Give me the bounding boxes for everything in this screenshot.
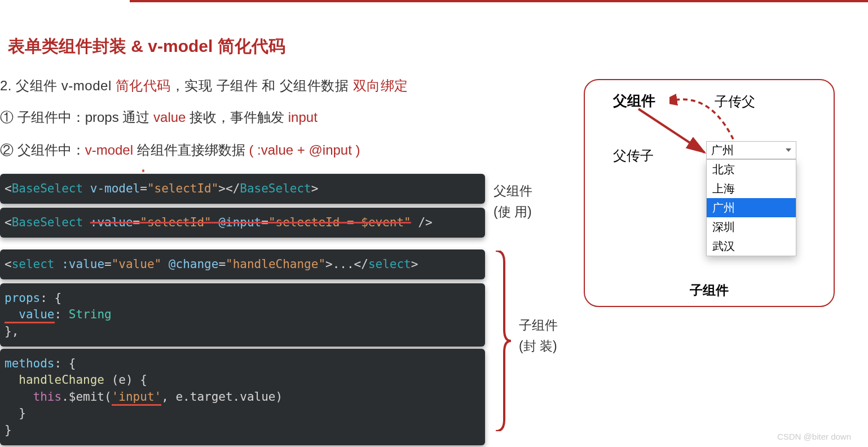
select-value: 广州: [711, 143, 734, 158]
select-option[interactable]: 深圳: [707, 217, 796, 236]
code-child-props: props: { value: String },: [0, 283, 485, 347]
child-label: 子组件 (封 装): [519, 315, 558, 357]
text: ，实现 子组件 和 父组件数据: [171, 78, 353, 93]
select-option-selected[interactable]: 广州: [707, 198, 796, 217]
highlight: v-model: [85, 142, 133, 157]
text: ② 父组件中：: [0, 142, 85, 157]
component-diagram: 父组件 子传父 父传子 广州 北京 上海 广州 深圳 武汉 子组件: [584, 79, 835, 307]
code-parent-vmodel: <BaseSelect v-model="selectId"></BaseSel…: [0, 174, 485, 204]
highlight: 双向绑定: [353, 78, 408, 93]
bracket-icon: [494, 251, 511, 431]
text: 2. 父组件 v-model: [0, 78, 116, 93]
select-options[interactable]: 北京 上海 广州 深圳 武汉: [706, 159, 796, 256]
highlight: 简化代码: [116, 78, 171, 93]
select-option[interactable]: 上海: [707, 179, 796, 198]
header-underline: [130, 0, 868, 2]
text: 接收，事件触发: [186, 109, 288, 125]
code-child-select: <select :value="value" @change="handleCh…: [0, 249, 485, 279]
chevron-down-icon: [786, 148, 791, 152]
watermark: CSDN @biter down: [777, 432, 851, 441]
code-parent-expanded: <BaseSelect :value="selectId" @input="se…: [0, 208, 485, 238]
highlight: input: [288, 109, 318, 125]
diagram-child: 子组件: [585, 282, 834, 299]
page-title: 表单类组件封装 & v-model 简化代码: [8, 35, 285, 58]
text: 给组件直接绑数据: [133, 142, 249, 157]
select-option[interactable]: 北京: [707, 160, 796, 179]
code-child-methods: methods: { handleChange (e) { this.$emit…: [0, 349, 485, 445]
highlight: value: [153, 109, 186, 125]
bullet-2: 2. 父组件 v-model 简化代码，实现 子组件 和 父组件数据 双向绑定: [0, 77, 408, 95]
select-current[interactable]: 广州: [706, 141, 796, 159]
parent-label: 父组件 (使 用): [494, 181, 532, 222]
text: ① 子组件中：props 通过: [0, 109, 153, 125]
bullet-sub-1: ① 子组件中：props 通过 value 接收，事件触发 input: [0, 108, 318, 126]
annotation-dot: [142, 169, 144, 172]
select-dropdown[interactable]: 广州 北京 上海 广州 深圳 武汉: [706, 141, 796, 256]
highlight: ( :value + @input ): [249, 142, 360, 157]
bullet-sub-2: ② 父组件中：v-model 给组件直接绑数据 ( :value + @inpu…: [0, 141, 360, 159]
select-option[interactable]: 武汉: [707, 236, 796, 256]
